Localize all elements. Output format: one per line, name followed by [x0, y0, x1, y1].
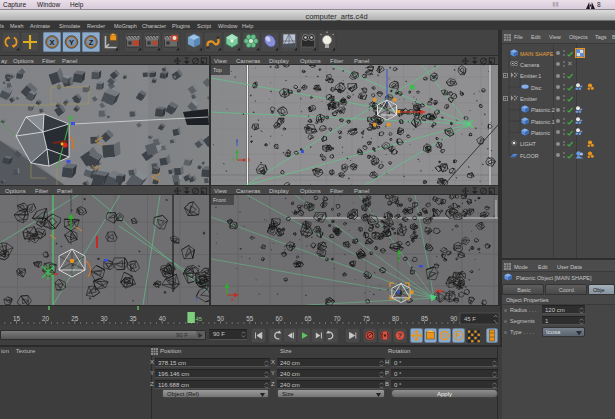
svg-text:70: 70	[334, 315, 342, 322]
svg-text:ay: ay	[1, 58, 7, 64]
svg-text:File: File	[514, 34, 523, 40]
svg-text:Simulate: Simulate	[59, 23, 80, 29]
svg-text:15: 15	[13, 315, 21, 322]
svg-text:Filter: Filter	[330, 58, 343, 64]
svg-text:Panel: Panel	[354, 58, 369, 64]
svg-text:Mode: Mode	[514, 264, 528, 270]
svg-text:X: X	[49, 38, 54, 47]
svg-text:45: 45	[195, 316, 202, 322]
svg-text:P: P	[456, 332, 461, 339]
svg-text:Display: Display	[269, 58, 289, 64]
svg-text:Panel: Panel	[62, 58, 77, 64]
svg-text:Filter: Filter	[330, 188, 343, 194]
svg-text:Disc: Disc	[531, 85, 542, 91]
svg-text:View: View	[549, 34, 561, 40]
svg-text:X: X	[248, 158, 251, 163]
svg-text:View: View	[214, 188, 228, 194]
svg-text:ls: ls	[0, 23, 4, 29]
svg-text:55: 55	[246, 315, 254, 322]
svg-text:Options: Options	[300, 58, 321, 64]
svg-text:View: View	[214, 58, 228, 64]
svg-text:Emitter.1: Emitter.1	[520, 73, 541, 79]
svg-text:Render: Render	[87, 23, 105, 29]
svg-text:User Data: User Data	[557, 264, 583, 270]
svg-text:Edit: Edit	[531, 34, 541, 40]
svg-text:Y: Y	[232, 158, 235, 163]
svg-text:Platonic.1: Platonic.1	[531, 119, 555, 125]
svg-text:Platonic: Platonic	[531, 130, 550, 136]
svg-text:50: 50	[217, 315, 225, 322]
svg-text:Z: Z	[89, 38, 94, 47]
svg-text:Camera: Camera	[520, 62, 539, 68]
svg-text:Script: Script	[197, 23, 212, 29]
svg-text:65: 65	[304, 315, 312, 322]
svg-text:MAIN SHAPE: MAIN SHAPE	[520, 51, 554, 57]
svg-text:40: 40	[159, 315, 167, 322]
svg-text:25: 25	[71, 315, 79, 322]
svg-text:Mesh: Mesh	[10, 23, 23, 29]
svg-text:Filter: Filter	[42, 58, 55, 64]
svg-text:LIGHT: LIGHT	[520, 141, 537, 147]
svg-text:FLOOR: FLOOR	[520, 153, 539, 158]
svg-text:45 F: 45 F	[464, 316, 476, 322]
svg-text:Help: Help	[242, 23, 253, 29]
svg-text:Cameras: Cameras	[236, 188, 260, 194]
svg-text:Display: Display	[269, 188, 289, 194]
svg-text:?: ?	[398, 332, 402, 339]
svg-text:MoGraph: MoGraph	[114, 23, 137, 29]
svg-text:Animate: Animate	[30, 23, 50, 29]
svg-text:Options: Options	[13, 58, 34, 64]
svg-text:Tags: Tags	[595, 34, 607, 40]
svg-text:60: 60	[275, 315, 283, 322]
svg-text:Character: Character	[142, 23, 166, 29]
svg-text:35: 35	[130, 315, 138, 322]
svg-text:Filter: Filter	[35, 188, 48, 194]
svg-text:Y: Y	[69, 38, 74, 47]
svg-text:Edit: Edit	[538, 264, 548, 270]
svg-text:Emitter: Emitter	[520, 96, 537, 102]
svg-text:Objects: Objects	[569, 34, 588, 40]
svg-text:Options: Options	[300, 188, 321, 194]
svg-text:20: 20	[42, 315, 50, 322]
svg-text:90: 90	[450, 315, 458, 322]
svg-text:Panel: Panel	[354, 188, 369, 194]
svg-text:Cameras: Cameras	[236, 58, 260, 64]
svg-text:Plugins: Plugins	[172, 23, 190, 29]
svg-text:85: 85	[421, 315, 429, 322]
svg-text:80: 80	[392, 315, 400, 322]
svg-text:Window: Window	[218, 23, 238, 29]
svg-text:Platonic.2: Platonic.2	[531, 107, 555, 113]
svg-text:Options: Options	[5, 188, 26, 194]
svg-text:Panel: Panel	[57, 188, 72, 194]
svg-text:75: 75	[363, 315, 371, 322]
svg-text:30: 30	[100, 315, 108, 322]
